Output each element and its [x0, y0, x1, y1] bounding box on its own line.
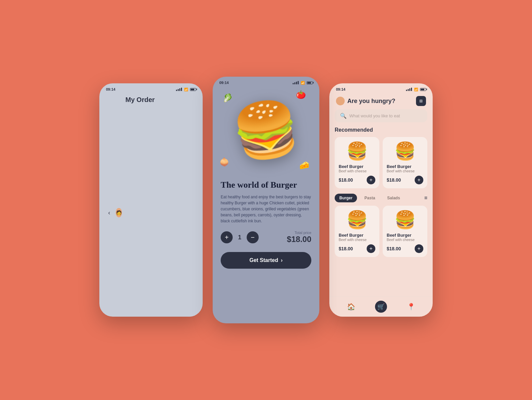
- quantity-decrease-button[interactable]: −: [247, 231, 259, 243]
- quantity-increase-button[interactable]: +: [221, 231, 233, 243]
- bottom-food-grid: 🍔 Beef Burger Beef with cheese $18.00 + …: [329, 206, 433, 260]
- bar-2-3: [296, 82, 297, 84]
- bar-3-4: [411, 88, 412, 91]
- ingredient-lettuce: 🥬: [223, 93, 233, 103]
- bottom-food-card-2[interactable]: 🍔 Beef Burger Beef with cheese $18.00 +: [383, 206, 427, 257]
- bottom-food-name-2: Beef Burger: [387, 233, 411, 238]
- battery-icon-2: [307, 81, 313, 84]
- add-button-1[interactable]: +: [367, 176, 375, 184]
- add-button-2[interactable]: +: [415, 176, 423, 184]
- status-icons-3: 📶: [406, 88, 426, 91]
- bottom-food-img-2: 🍔: [387, 210, 423, 230]
- bottom-food-name-1: Beef Burger: [339, 233, 363, 238]
- bottom-food-sub-2: Beef with cheese: [387, 238, 415, 242]
- burger-description: Eat healthy food and enjoy the best burg…: [221, 194, 311, 224]
- ingredient-onion: 🧅: [219, 157, 229, 167]
- bar-3-3: [409, 88, 410, 91]
- bar-2-1: [293, 83, 294, 84]
- nav-home-button[interactable]: 🏠: [345, 301, 357, 313]
- status-bar-3: 09:14 📶: [329, 83, 433, 93]
- nav-location-button[interactable]: 📍: [405, 301, 417, 313]
- bottom-nav: 🏠 🛒 📍: [329, 296, 433, 317]
- top-food-card-1[interactable]: 🍔 Beef Burger Beef with cheese $18.00 +: [335, 137, 379, 188]
- status-bar-1: 09:14 📶: [99, 83, 203, 93]
- bottom-food-price-2: $18.00: [387, 246, 401, 251]
- top-food-img-2: 🍔: [387, 141, 423, 161]
- top-food-card-2[interactable]: 🍔 Beef Burger Beef with cheese $18.00 +: [383, 137, 427, 188]
- category-tab-pasta[interactable]: Pasta: [360, 194, 380, 202]
- battery-icon-3: [420, 88, 426, 91]
- category-tab-burger[interactable]: Burger: [335, 194, 357, 202]
- phone-order: 09:14 📶 ‹ 🧑 My Order: [99, 83, 203, 317]
- filter-button[interactable]: ⊞: [416, 96, 426, 106]
- category-filter-icon[interactable]: ≡: [424, 195, 427, 201]
- ingredient-tomato: 🍅: [296, 90, 306, 99]
- app-header: Are you hungry? ⊞: [329, 93, 433, 109]
- bar-4: [181, 88, 182, 91]
- status-time-1: 09:14: [106, 87, 115, 91]
- status-time-3: 09:14: [336, 87, 345, 91]
- ingredient-cheese: 🧀: [299, 161, 309, 170]
- phone-menu: 09:14 📶 Are you h: [329, 83, 433, 317]
- get-started-arrow-icon: ›: [281, 257, 282, 263]
- top-food-footer-1: $18.00 +: [339, 176, 375, 184]
- total-price-label: Total price: [287, 231, 311, 235]
- search-bar[interactable]: 🔍 What would you like to eat: [335, 109, 427, 122]
- status-icons-1: 📶: [176, 88, 196, 91]
- wifi-icon-2: 📶: [301, 81, 305, 85]
- bar-3: [179, 88, 180, 91]
- search-placeholder-text: What would you like to eat: [349, 113, 400, 118]
- total-price-amount: $18.00: [287, 235, 311, 244]
- top-food-price-2: $18.00: [387, 177, 401, 183]
- bar-2: [178, 89, 179, 91]
- quantity-display: 1: [238, 234, 241, 241]
- top-food-img-1: 🍔: [339, 141, 375, 161]
- add-button-4[interactable]: +: [415, 244, 423, 253]
- price-section: Total price $18.00: [287, 231, 311, 244]
- status-time-2: 09:14: [219, 81, 229, 85]
- quantity-controls: + 1 −: [221, 231, 259, 243]
- signal-bars-2: [293, 81, 299, 84]
- burger-hero: 🥬 🍅 🧅 🧀 🍔: [213, 87, 319, 173]
- top-food-sub-2: Beef with cheese: [387, 169, 415, 173]
- burger-main-image: 🍔: [229, 98, 304, 162]
- get-started-button[interactable]: Get Started ›: [221, 252, 311, 269]
- top-food-price-1: $18.00: [339, 177, 353, 183]
- top-food-name-2: Beef Burger: [387, 164, 411, 169]
- bar-3-1: [406, 90, 407, 91]
- nav-cart-button[interactable]: 🛒: [375, 301, 387, 313]
- bottom-food-footer-2: $18.00 +: [387, 244, 423, 253]
- page-title: My Order: [125, 96, 196, 317]
- order-header: ‹ 🧑 My Order: [99, 93, 203, 317]
- bar-1: [176, 90, 177, 91]
- top-food-footer-2: $18.00 +: [387, 176, 423, 184]
- bottom-food-img-1: 🍔: [339, 210, 375, 230]
- bar-3-2: [408, 89, 409, 91]
- category-tabs: Burger Pasta Salads ≡: [329, 192, 433, 206]
- bar-2-2: [294, 82, 295, 84]
- bottom-food-footer-1: $18.00 +: [339, 244, 375, 253]
- add-button-3[interactable]: +: [367, 244, 375, 253]
- top-food-name-1: Beef Burger: [339, 164, 363, 169]
- top-food-sub-1: Beef with cheese: [339, 169, 367, 173]
- back-button[interactable]: ‹: [106, 208, 112, 217]
- header-left: Are you hungry?: [336, 97, 395, 105]
- signal-bars-3: [406, 88, 412, 91]
- recommended-section-title: Recommended: [329, 127, 433, 137]
- bottom-food-price-1: $18.00: [339, 246, 353, 251]
- bar-2-4: [298, 81, 299, 84]
- bottom-food-sub-1: Beef with cheese: [339, 238, 367, 242]
- app-logo: [336, 97, 345, 105]
- burger-content: The world of Burger Eat healthy food and…: [213, 173, 319, 275]
- phones-container: 09:14 📶 ‹ 🧑 My Order: [86, 63, 446, 337]
- phone-detail: 09:14 📶 🥬 🍅 🧅 🧀 🍔: [213, 77, 319, 323]
- signal-bars-1: [176, 88, 182, 91]
- status-icons-2: 📶: [293, 81, 313, 85]
- status-bar-2: 09:14 📶: [213, 77, 319, 87]
- app-title: Are you hungry?: [347, 98, 395, 105]
- category-tab-salads[interactable]: Salads: [382, 194, 405, 202]
- top-food-grid: 🍔 Beef Burger Beef with cheese $18.00 + …: [329, 137, 433, 192]
- avatar: 🧑: [116, 208, 122, 217]
- burger-title: The world of Burger: [221, 180, 311, 190]
- bottom-food-card-1[interactable]: 🍔 Beef Burger Beef with cheese $18.00 +: [335, 206, 379, 257]
